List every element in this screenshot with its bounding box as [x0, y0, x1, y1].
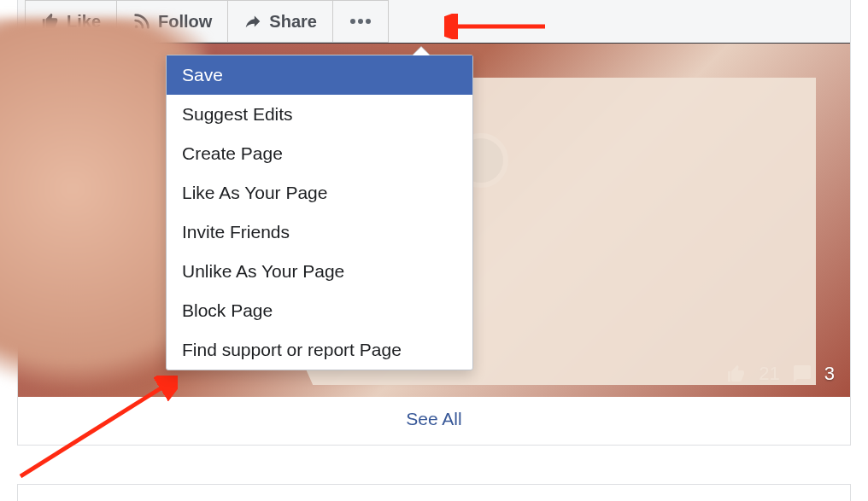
menu-item[interactable]: Like As Your Page — [167, 173, 472, 213]
menu-item[interactable]: Block Page — [167, 291, 472, 330]
svg-point-3 — [366, 19, 371, 24]
menu-item[interactable]: Create Page — [167, 134, 472, 173]
share-label: Share — [269, 12, 317, 32]
comment-count: 3 — [824, 363, 835, 385]
next-card-top — [17, 484, 851, 501]
menu-item[interactable]: Suggest Edits — [167, 95, 472, 134]
svg-point-1 — [350, 19, 355, 24]
share-arrow-icon — [243, 12, 262, 31]
menu-item[interactable]: Save — [167, 55, 472, 95]
like-count-icon — [726, 364, 747, 384]
svg-point-2 — [358, 19, 363, 24]
more-options-button[interactable] — [332, 0, 389, 43]
menu-item[interactable]: Find support or report Page — [167, 330, 472, 370]
svg-line-5 — [21, 384, 167, 476]
annotation-arrow-bottom — [15, 376, 178, 478]
share-button[interactable]: Share — [227, 0, 333, 43]
menu-item[interactable]: Unlike As Your Page — [167, 252, 472, 291]
ellipsis-icon — [349, 18, 372, 25]
annotation-arrow-top — [444, 14, 547, 39]
menu-item[interactable]: Invite Friends — [167, 213, 472, 252]
see-all-label: See All — [406, 409, 461, 428]
like-count: 21 — [759, 363, 779, 385]
comment-count-icon — [792, 364, 812, 384]
reactions-bar: 21 3 — [726, 363, 835, 385]
more-options-menu: SaveSuggest EditsCreate PageLike As Your… — [166, 55, 473, 370]
